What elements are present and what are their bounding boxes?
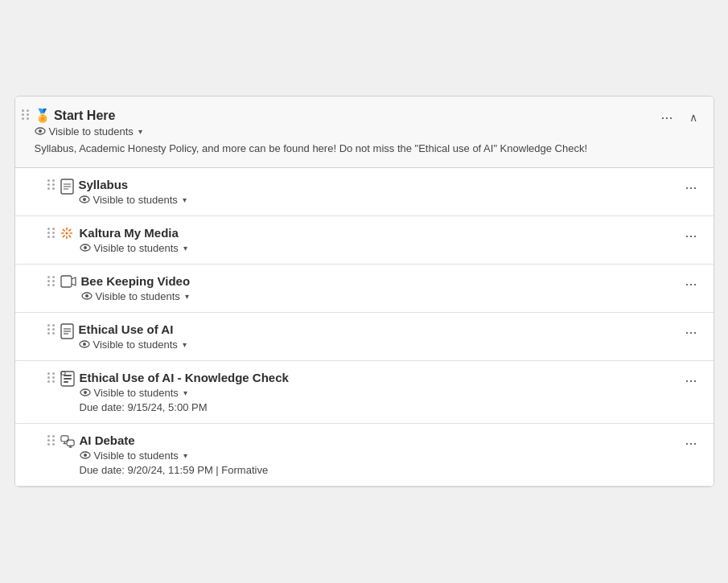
item-visibility-dropdown[interactable]: ▾ — [183, 195, 187, 204]
item-content: Ethical Use of AI Visible to students ▾ — [79, 322, 676, 351]
item-title: Bee Keeping Video — [81, 274, 676, 288]
svg-point-1 — [39, 129, 42, 133]
item-more-button[interactable]: ··· — [681, 226, 700, 246]
module-header-actions: ··· ∧ — [651, 108, 700, 128]
item-content: Syllabus Visible to students ▾ — [79, 178, 676, 206]
item-title: Kaltura My Media — [80, 226, 676, 240]
module-description: Syllabus, Academic Honesty Policy, and m… — [35, 142, 652, 156]
item-eye-icon — [80, 242, 91, 254]
svg-line-15 — [68, 229, 70, 231]
item-drag-handle[interactable] — [47, 228, 56, 238]
item-eye-icon — [79, 339, 90, 351]
module-more-button[interactable]: ··· — [657, 108, 676, 128]
svg-line-13 — [63, 229, 64, 231]
svg-rect-19 — [61, 276, 72, 287]
item-visibility: Visible to students — [94, 242, 179, 254]
module-header: 🏅 Start Here Visible to students ▾ Sylla… — [15, 96, 714, 168]
svg-point-27 — [83, 343, 86, 346]
svg-point-42 — [84, 454, 87, 457]
item-eye-icon — [79, 194, 90, 206]
svg-point-8 — [65, 232, 68, 234]
item-drag-handle[interactable] — [47, 372, 56, 383]
svg-rect-30 — [64, 378, 72, 380]
item-visibility-dropdown[interactable]: ▾ — [183, 340, 187, 349]
video-icon — [60, 275, 76, 291]
item-more-button[interactable]: ··· — [681, 433, 700, 454]
item-content: Bee Keeping Video Visible to students ▾ — [81, 274, 676, 302]
svg-point-21 — [85, 294, 88, 298]
svg-line-14 — [68, 236, 70, 237]
module-drag-handle[interactable] — [22, 109, 30, 120]
item-title: AI Debate — [80, 433, 676, 447]
item-title: Ethical Use of AI — [79, 322, 676, 336]
item-drag-handle[interactable] — [47, 324, 56, 335]
page-icon — [60, 179, 74, 198]
list-item: AI Debate Visible to students ▾ Due date… — [15, 424, 714, 487]
module-collapse-button[interactable]: ∧ — [686, 109, 701, 125]
module-container: 🏅 Start Here Visible to students ▾ Sylla… — [14, 96, 714, 487]
item-drag-handle[interactable] — [47, 435, 56, 445]
quiz-icon — [60, 372, 75, 386]
item-due-date: Due date: 9/20/24, 11:59 PM | Formative — [80, 464, 676, 476]
item-more-button[interactable]: ··· — [681, 371, 700, 391]
list-item: Ethical Use of AI - Knowledge Check Visi… — [15, 361, 714, 424]
svg-point-7 — [83, 198, 86, 201]
item-visibility: Visible to students — [94, 450, 179, 462]
item-eye-icon — [80, 387, 91, 399]
item-content: Kaltura My Media Visible to students ▾ — [80, 226, 676, 254]
item-eye-icon — [81, 290, 93, 302]
svg-rect-31 — [64, 381, 68, 383]
module-content: 🏅 Start Here Visible to students ▾ Sylla… — [35, 108, 652, 156]
debate-icon — [60, 434, 75, 449]
list-item: Syllabus Visible to students ▾ ··· — [15, 168, 714, 216]
item-visibility: Visible to students — [94, 387, 179, 399]
item-visibility-dropdown[interactable]: ▾ — [183, 388, 187, 397]
module-eye-icon — [35, 125, 46, 138]
item-drag-handle[interactable] — [47, 276, 56, 286]
svg-point-34 — [84, 391, 87, 394]
item-content: AI Debate Visible to students ▾ Due date… — [80, 433, 676, 476]
list-item: Bee Keeping Video Visible to students ▾ … — [15, 265, 714, 313]
item-visibility-dropdown[interactable]: ▾ — [183, 451, 187, 460]
module-visibility-label: Visible to students — [49, 125, 134, 138]
item-title: Ethical Use of AI - Knowledge Check — [80, 371, 676, 384]
item-drag-handle[interactable] — [47, 179, 56, 190]
item-more-button[interactable]: ··· — [681, 322, 700, 343]
list-item: Kaltura My Media Visible to students ▾ ·… — [15, 216, 714, 265]
item-visibility: Visible to students — [93, 194, 178, 206]
item-title: Syllabus — [79, 178, 676, 191]
list-item: Ethical Use of AI Visible to students ▾ … — [15, 313, 714, 361]
item-formative-label: Formative — [221, 464, 268, 476]
svg-point-18 — [84, 246, 87, 249]
item-eye-icon — [80, 450, 91, 462]
kaltura-icon — [60, 227, 75, 241]
item-visibility: Visible to students — [96, 290, 180, 302]
item-more-button[interactable]: ··· — [681, 178, 700, 198]
module-title: 🏅 Start Here — [35, 108, 652, 123]
module-visibility-dropdown[interactable]: ▾ — [138, 127, 142, 136]
item-visibility-dropdown[interactable]: ▾ — [183, 244, 187, 252]
svg-line-16 — [63, 236, 64, 237]
item-more-button[interactable]: ··· — [681, 274, 700, 294]
item-visibility: Visible to students — [93, 339, 178, 351]
page-icon — [60, 323, 74, 343]
item-visibility-dropdown[interactable]: ▾ — [185, 292, 189, 301]
item-due-date: Due date: 9/15/24, 5:00 PM — [80, 401, 676, 413]
item-content: Ethical Use of AI - Knowledge Check Visi… — [80, 371, 676, 413]
